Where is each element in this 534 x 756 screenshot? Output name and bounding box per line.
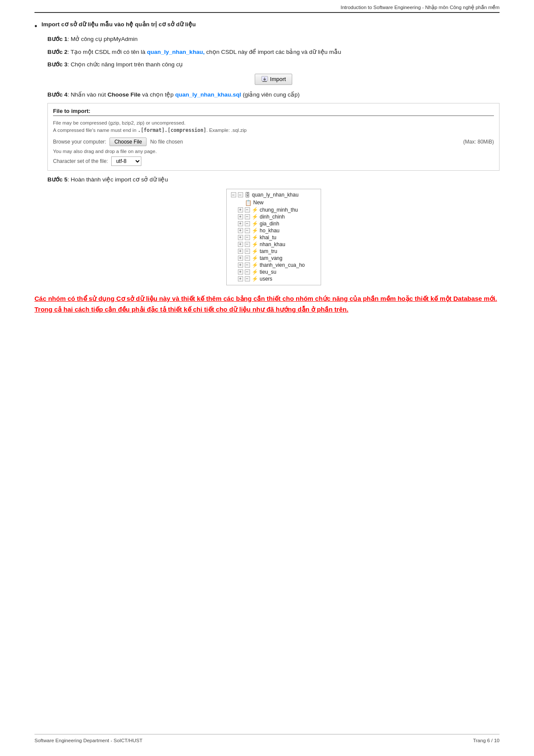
expander-4b[interactable]: − bbox=[245, 235, 250, 240]
tree-item-4: + − ⚡ khai_tu bbox=[231, 234, 308, 241]
tree-item-3: + − ⚡ ho_khau bbox=[231, 227, 308, 234]
expander-8b[interactable]: − bbox=[245, 262, 250, 268]
tree-item-5: + − ⚡ nhan_khau bbox=[231, 241, 308, 248]
table-label-6: tam_tru bbox=[260, 248, 278, 254]
file-note-line2-text: A compressed file's name must end in bbox=[53, 128, 138, 133]
expander-7[interactable]: + bbox=[238, 256, 243, 261]
charset-row: Character set of the file: utf-8 bbox=[53, 156, 494, 166]
expander-3b[interactable]: − bbox=[245, 228, 250, 233]
expander-8[interactable]: + bbox=[238, 262, 243, 268]
file-import-label: File to import: bbox=[53, 108, 494, 116]
step1-label: Bước 1 bbox=[47, 36, 68, 42]
expander-0[interactable]: + bbox=[238, 207, 243, 212]
root-expander[interactable]: − bbox=[231, 192, 236, 197]
table-icon-2: ⚡ bbox=[252, 221, 258, 227]
db-icon: 🗄 bbox=[245, 192, 250, 198]
charset-label: Character set of the file: bbox=[53, 158, 108, 164]
expander-4[interactable]: + bbox=[238, 235, 243, 240]
import-button[interactable]: Import bbox=[255, 74, 293, 85]
tree-item-6: + − ⚡ tam_tru bbox=[231, 248, 308, 255]
step4-text2: và chọn tệp bbox=[141, 91, 175, 98]
tree-item-1: + − ⚡ dinh_chinh bbox=[231, 213, 308, 220]
expander-9b[interactable]: − bbox=[245, 269, 250, 275]
step5: Bước 5: Hoàn thành việc import cơ sở dữ … bbox=[47, 175, 500, 184]
expander-10b[interactable]: − bbox=[245, 276, 250, 281]
new-label: New bbox=[253, 200, 264, 206]
footer-left: Software Engineering Department - SoICT/… bbox=[34, 738, 143, 743]
step5-text: : Hoàn thành việc import cơ sở dữ liệu bbox=[68, 176, 168, 183]
file-max-label: (Max: 80MiB) bbox=[463, 139, 494, 145]
bullet-dot: • bbox=[34, 21, 37, 32]
table-label-1: dinh_chinh bbox=[260, 214, 285, 220]
tree-item-0: + − ⚡ chung_minh_thu bbox=[231, 206, 308, 213]
file-note-example: . Example: .sql.zip bbox=[206, 128, 247, 133]
table-label-7: tam_vang bbox=[260, 255, 283, 261]
tree-item-8: + − ⚡ thanh_vien_cua_ho bbox=[231, 262, 308, 269]
red-section: Các nhóm có thể sử dụng Cơ sở dữ liệu nà… bbox=[34, 293, 500, 315]
step3-label: Bước 3 bbox=[47, 61, 68, 68]
table-icon-8: ⚡ bbox=[252, 262, 258, 268]
expander-1[interactable]: + bbox=[238, 214, 243, 219]
choose-file-button[interactable]: Choose File bbox=[109, 137, 147, 146]
charset-select[interactable]: utf-8 bbox=[111, 156, 141, 166]
file-import-box: File to import: File may be compressed (… bbox=[47, 103, 500, 171]
table-label-4: khai_tu bbox=[260, 234, 277, 241]
browse-label: Browse your computer: bbox=[53, 139, 106, 145]
step1-text: : Mở công cụ phpMyAdmin bbox=[68, 36, 138, 42]
db-root-label: quan_ly_nhan_khau bbox=[252, 192, 299, 198]
step3-text: : Chọn chức năng Import trên thanh công … bbox=[68, 61, 183, 68]
step2-highlight: quan_ly_nhan_khau, bbox=[147, 49, 205, 55]
import-button-label: Import bbox=[270, 76, 286, 82]
header-title: Introduction to Software Engineering - N… bbox=[340, 5, 500, 10]
expander-2b[interactable]: − bbox=[245, 221, 250, 226]
file-note-line1: File may be compressed (gzip, bzip2, zip… bbox=[53, 120, 185, 125]
footer-right: Trang 6 / 10 bbox=[473, 738, 500, 743]
expander-1b[interactable]: − bbox=[245, 214, 250, 219]
import-btn-wrap: Import bbox=[47, 74, 500, 85]
expander-9[interactable]: + bbox=[238, 269, 243, 275]
table-label-3: ho_khau bbox=[260, 228, 280, 234]
tree-item-10: + − ⚡ users bbox=[231, 275, 308, 282]
step2-text2: chọn CSDL này để import các bảng và dữ l… bbox=[205, 49, 341, 55]
bullet-content: Import cơ sở dữ liệu mẫu vào hệ quản trị… bbox=[41, 21, 500, 28]
step4-text3: (giảng viên cung cấp) bbox=[241, 91, 300, 98]
expander-7b[interactable]: − bbox=[245, 256, 250, 261]
expander-10[interactable]: + bbox=[238, 276, 243, 281]
step3: Bước 3: Chọn chức năng Import trên thanh… bbox=[47, 60, 500, 69]
step1: Bước 1: Mở công cụ phpMyAdmin bbox=[47, 34, 500, 44]
table-icon-6: ⚡ bbox=[252, 248, 258, 254]
db-tree-wrap: − − 🗄 quan_ly_nhan_khau + 📋 New + − bbox=[47, 189, 500, 285]
step4: Bước 4: Nhấn vào nút Choose File và chọn… bbox=[47, 90, 500, 100]
expander-0b[interactable]: − bbox=[245, 207, 250, 212]
page-header: Introduction to Software Engineering - N… bbox=[34, 0, 500, 13]
page-footer: Software Engineering Department - SoICT/… bbox=[34, 734, 500, 743]
table-icon-1: ⚡ bbox=[252, 214, 258, 220]
tree-item-2: + − ⚡ gia_dinh bbox=[231, 220, 308, 227]
step4-label: Bước 4 bbox=[47, 91, 68, 98]
main-content: • Import cơ sở dữ liệu mẫu vào hệ quản t… bbox=[34, 21, 500, 730]
expander-5[interactable]: + bbox=[238, 242, 243, 247]
import-icon bbox=[261, 76, 268, 83]
root-expander2[interactable]: − bbox=[238, 192, 243, 197]
file-browse-row: Browse your computer: Choose File No fil… bbox=[53, 137, 494, 146]
file-import-note: File may be compressed (gzip, bzip2, zip… bbox=[53, 119, 494, 134]
table-icon-4: ⚡ bbox=[252, 234, 258, 241]
bullet-section: • Import cơ sở dữ liệu mẫu vào hệ quản t… bbox=[34, 21, 500, 32]
expander-3[interactable]: + bbox=[238, 228, 243, 233]
expander-2[interactable]: + bbox=[238, 221, 243, 226]
bullet-label: Import cơ sở dữ liệu mẫu vào hệ quản trị… bbox=[41, 21, 196, 28]
tree-item-new: + 📋 New bbox=[231, 199, 308, 206]
table-icon-7: ⚡ bbox=[252, 255, 258, 261]
new-icon: 📋 bbox=[245, 200, 252, 206]
table-label-10: users bbox=[260, 276, 272, 282]
db-tree-root: − − 🗄 quan_ly_nhan_khau bbox=[231, 192, 308, 198]
expander-6[interactable]: + bbox=[238, 249, 243, 254]
table-icon-0: ⚡ bbox=[252, 207, 258, 213]
no-file-label: No file chosen bbox=[150, 139, 183, 145]
db-tree: − − 🗄 quan_ly_nhan_khau + 📋 New + − bbox=[226, 189, 321, 285]
expander-5b[interactable]: − bbox=[245, 242, 250, 247]
table-label-5: nhan_khau bbox=[260, 241, 285, 247]
step2: Bước 2: Tạo một CSDL mới có tên là quan_… bbox=[47, 47, 500, 57]
step2-label: Bước 2 bbox=[47, 49, 68, 55]
expander-6b[interactable]: − bbox=[245, 249, 250, 254]
